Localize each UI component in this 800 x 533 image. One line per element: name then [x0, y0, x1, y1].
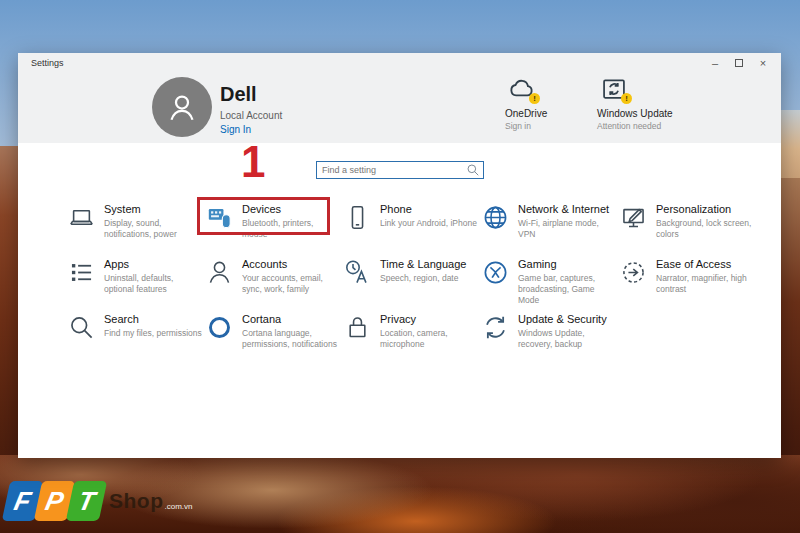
minimize-button[interactable]: –: [703, 53, 727, 73]
category-accounts[interactable]: Accounts Your accounts, email, sync, wor…: [206, 256, 344, 311]
category-privacy[interactable]: Privacy Location, camera, microphone: [344, 311, 482, 366]
desktop: F P T Shop .com.vn Settings – × Dell Loc…: [0, 0, 800, 533]
quick-status-onedrive[interactable]: ! OneDrive Sign in: [505, 75, 585, 131]
category-label: Privacy: [380, 313, 478, 326]
category-label: Cortana: [242, 313, 340, 326]
maximize-icon: [735, 59, 743, 67]
warning-badge-icon: !: [621, 93, 632, 104]
category-label: Gaming: [518, 258, 616, 271]
settings-grid: System Display, sound, notifications, po…: [68, 201, 768, 366]
category-search[interactable]: Search Find my files, permissions: [68, 311, 206, 366]
category-label: Accounts: [242, 258, 340, 271]
category-label: Personalization: [656, 203, 754, 216]
category-label: Search: [104, 313, 202, 326]
windows-update-label: Windows Update: [597, 108, 707, 119]
close-button[interactable]: ×: [751, 53, 775, 73]
category-label: Apps: [104, 258, 202, 271]
fpt-shop-text: Shop: [109, 489, 164, 513]
category-label: Update & Security: [518, 313, 616, 326]
icon-accounts: [206, 259, 233, 286]
category-desc: Bluetooth, printers, mouse: [242, 218, 340, 240]
window-controls: – ×: [703, 53, 775, 73]
icon-apps: [68, 259, 95, 286]
settings-window: Settings – × Dell Local Account Sign In …: [18, 53, 781, 458]
category-desc: Display, sound, notifications, power: [104, 218, 202, 240]
category-ease-of-access[interactable]: Ease of Access Narrator, magnifier, high…: [620, 256, 758, 311]
category-devices[interactable]: Devices Bluetooth, printers, mouse: [206, 201, 344, 256]
icon-time-language: [344, 259, 371, 286]
windows-update-status: Attention needed: [597, 121, 707, 131]
account-name: Dell: [220, 83, 257, 106]
category-desc: Windows Update, recovery, backup: [518, 328, 616, 350]
icon-personalization: [620, 204, 647, 231]
icon-update: [482, 314, 509, 341]
icon-search: [68, 314, 95, 341]
category-desc: Cortana language, permissions, notificat…: [242, 328, 340, 350]
category-desc: Uninstall, defaults, optional features: [104, 273, 202, 295]
onedrive-status: Sign in: [505, 121, 585, 131]
category-personalization[interactable]: Personalization Background, lock screen,…: [620, 201, 758, 256]
icon-devices: [206, 204, 233, 231]
category-phone[interactable]: Phone Link your Android, iPhone: [344, 201, 482, 256]
account-type: Local Account: [220, 110, 282, 121]
search-input[interactable]: [317, 165, 466, 175]
category-desc: Your accounts, email, sync, work, family: [242, 273, 340, 295]
category-desc: Background, lock screen, colors: [656, 218, 754, 240]
search-icon[interactable]: [466, 163, 480, 177]
avatar: [152, 77, 212, 137]
category-desc: Speech, region, date: [380, 273, 466, 284]
category-label: Time & Language: [380, 258, 466, 271]
sign-in-link[interactable]: Sign In: [220, 124, 251, 135]
category-apps[interactable]: Apps Uninstall, defaults, optional featu…: [68, 256, 206, 311]
desktop-wallpaper-sunset: [780, 110, 800, 180]
quick-status-windows-update[interactable]: ! Windows Update Attention needed: [597, 75, 707, 131]
category-cortana[interactable]: Cortana Cortana language, permissions, n…: [206, 311, 344, 366]
onedrive-label: OneDrive: [505, 108, 585, 119]
titlebar: Settings – ×: [18, 53, 781, 73]
icon-xbox: [482, 259, 509, 286]
icon-phone: [344, 204, 371, 231]
category-desc: Narrator, magnifier, high contrast: [656, 273, 754, 295]
maximize-button[interactable]: [727, 53, 751, 73]
category-label: Ease of Access: [656, 258, 754, 271]
category-label: System: [104, 203, 202, 216]
warning-badge-icon: !: [529, 93, 540, 104]
icon-ease: [620, 259, 647, 286]
annotation-step-number: 1: [241, 140, 265, 184]
icon-privacy: [344, 314, 371, 341]
category-label: Phone: [380, 203, 477, 216]
icon-laptop: [68, 204, 95, 231]
category-gaming[interactable]: Gaming Game bar, captures, broadcasting,…: [482, 256, 620, 311]
category-label: Network & Internet: [518, 203, 616, 216]
category-label: Devices: [242, 203, 340, 216]
window-title: Settings: [31, 58, 64, 68]
fpt-letter-t: T: [66, 481, 108, 521]
icon-globe: [482, 204, 509, 231]
category-time-language[interactable]: Time & Language Speech, region, date: [344, 256, 482, 311]
search-box: [316, 161, 484, 179]
category-desc: Game bar, captures, broadcasting, Game M…: [518, 273, 616, 306]
category-update-security[interactable]: Update & Security Windows Update, recove…: [482, 311, 620, 366]
category-desc: Find my files, permissions: [104, 328, 202, 339]
category-system[interactable]: System Display, sound, notifications, po…: [68, 201, 206, 256]
category-desc: Link your Android, iPhone: [380, 218, 477, 229]
person-icon: [164, 89, 200, 125]
fpt-domain-text: .com.vn: [165, 502, 193, 511]
category-desc: Wi-Fi, airplane mode, VPN: [518, 218, 616, 240]
category-network[interactable]: Network & Internet Wi-Fi, airplane mode,…: [482, 201, 620, 256]
fptshop-watermark: F P T Shop .com.vn: [6, 481, 193, 521]
category-desc: Location, camera, microphone: [380, 328, 478, 350]
icon-cortana: [206, 314, 233, 341]
